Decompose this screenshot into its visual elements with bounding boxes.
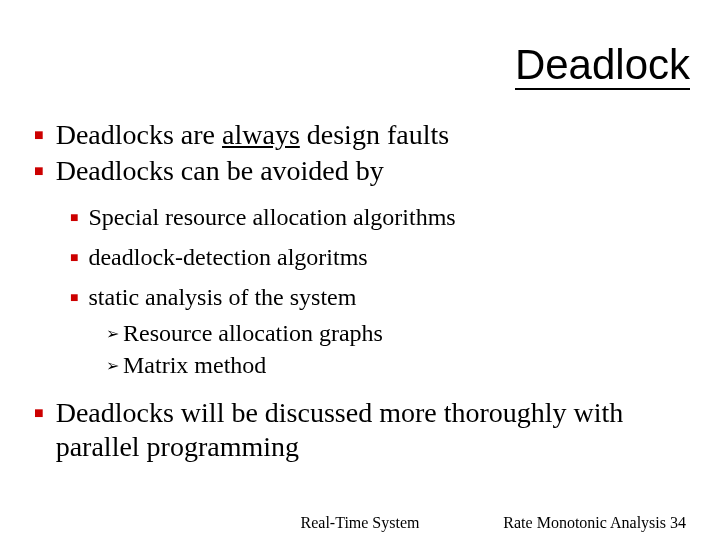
bullet-text: Deadlocks will be discussed more thoroug… [56,396,690,464]
underlined-text: always [222,119,300,150]
bullet-level2: ■ Special resource allocation algorithms [70,202,690,232]
arrow-bullet-icon: ➢ [106,356,119,376]
bullet-text: Deadlocks can be avoided by [56,154,384,188]
slide-title: Deadlock [515,44,690,90]
bullet-level3: ➢ Matrix method [106,350,690,380]
text-fragment: design faults [300,119,449,150]
slide-content: ■ Deadlocks are always design faults ■ D… [34,118,690,467]
bullet-level2: ■ deadlock-detection algoritms [70,242,690,272]
slide: Deadlock ■ Deadlocks are always design f… [0,0,720,540]
bullet-level1: ■ Deadlocks are always design faults [34,118,690,152]
square-bullet-icon: ■ [70,250,78,264]
text-fragment: Deadlocks are [56,119,222,150]
square-bullet-icon: ■ [70,290,78,304]
bullet-level2: ■ static analysis of the system [70,282,690,312]
square-bullet-icon: ■ [34,127,44,143]
square-bullet-icon: ■ [34,405,44,421]
bullet-text: Matrix method [123,350,266,380]
arrow-bullet-icon: ➢ [106,324,119,344]
bullet-text: Special resource allocation algorithms [88,202,455,232]
bullet-level1: ■ Deadlocks will be discussed more thoro… [34,396,690,464]
bullet-level1: ■ Deadlocks can be avoided by [34,154,690,188]
bullet-text: deadlock-detection algoritms [88,242,367,272]
square-bullet-icon: ■ [70,210,78,224]
bullet-text: Resource allocation graphs [123,318,383,348]
square-bullet-icon: ■ [34,163,44,179]
footer-right-text: Rate Monotonic Analysis 34 [503,514,686,532]
bullet-level3: ➢ Resource allocation graphs [106,318,690,348]
bullet-text: static analysis of the system [88,282,356,312]
bullet-text: Deadlocks are always design faults [56,118,449,152]
